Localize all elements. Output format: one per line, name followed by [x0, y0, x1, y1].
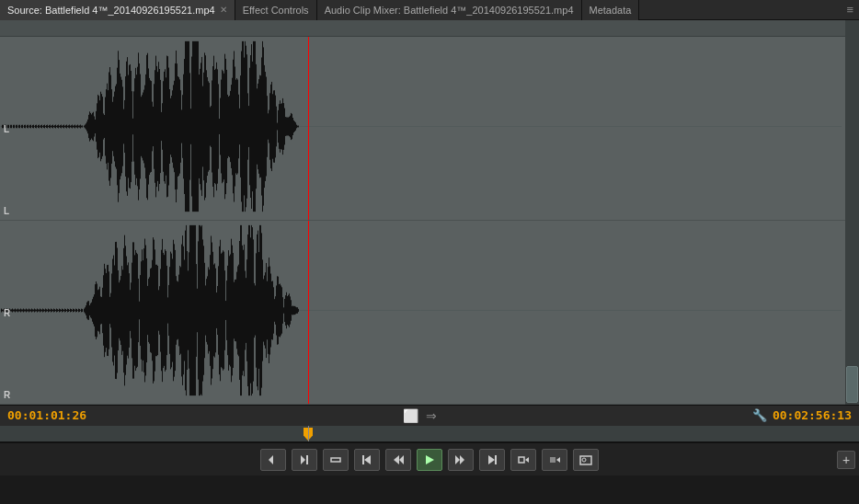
status-bar: 00:01:01:26 ⬜ ⇒ 🔧 00:02:56:13 — [0, 405, 859, 425]
overwrite-button[interactable] — [542, 449, 567, 471]
step-back-button[interactable] — [385, 449, 411, 471]
svg-rect-2 — [306, 455, 308, 464]
svg-marker-6 — [394, 455, 399, 464]
tab-bar: Source: Battlefield 4™_20140926195521.mp… — [0, 0, 859, 20]
fit-button[interactable]: ⬜ — [403, 408, 418, 423]
status-center: ⬜ ⇒ — [403, 408, 437, 423]
tab-source-label: Source: Battlefield 4™_20140926195521.mp… — [7, 5, 215, 16]
svg-marker-16 — [556, 457, 560, 463]
tab-metadata-label: Metadata — [590, 5, 632, 16]
svg-rect-3 — [331, 458, 340, 462]
channel-right-top-label: R — [4, 307, 10, 317]
svg-rect-12 — [495, 455, 497, 464]
svg-rect-4 — [362, 455, 364, 464]
svg-marker-9 — [455, 455, 460, 464]
tab-effect-controls-label: Effect Controls — [243, 5, 309, 16]
svg-marker-0 — [269, 455, 273, 464]
transport-wrapper: + — [0, 441, 859, 475]
channel-left-bottom-label: L — [4, 206, 9, 216]
svg-rect-13 — [519, 457, 524, 463]
svg-marker-7 — [399, 455, 404, 464]
tab-source-close[interactable]: ✕ — [220, 5, 227, 15]
transport-bar — [0, 442, 859, 475]
add-icon: + — [842, 452, 850, 467]
timeline-ruler[interactable] — [0, 20, 859, 37]
mark-clip-button[interactable] — [323, 449, 349, 471]
svg-marker-8 — [426, 455, 434, 464]
insert-button[interactable] — [510, 449, 536, 471]
timecode-current: 00:01:01:26 — [7, 408, 86, 422]
mark-in-button[interactable] — [260, 449, 286, 471]
add-button[interactable]: + — [837, 451, 855, 469]
scroll-thumb[interactable] — [846, 366, 858, 403]
tab-audio-clip-mixer[interactable]: Audio Clip Mixer: Battlefield 4™_2014092… — [317, 0, 582, 20]
play-button[interactable] — [417, 449, 442, 471]
svg-marker-5 — [364, 455, 371, 464]
tab-effect-controls[interactable]: Effect Controls — [235, 0, 317, 20]
svg-marker-14 — [525, 457, 529, 463]
channel-right-bottom-label: R — [4, 390, 10, 400]
mark-out-button[interactable] — [292, 449, 317, 471]
export-frame-button[interactable] — [573, 449, 599, 471]
waveform-channels: L L R R — [0, 37, 859, 405]
waveform-left[interactable] — [0, 37, 845, 220]
status-right: 🔧 00:02:56:13 — [752, 408, 852, 422]
svg-point-18 — [582, 458, 586, 462]
svg-marker-1 — [301, 455, 305, 464]
waveform-container: L L R R — [0, 20, 859, 405]
svg-rect-15 — [550, 457, 555, 463]
tab-menu-button[interactable]: ≡ — [841, 3, 859, 17]
timecode-duration: 00:02:56:13 — [773, 408, 852, 422]
channel-right[interactable]: R R — [0, 221, 859, 405]
channel-left[interactable]: L L — [0, 37, 859, 221]
waveform-right[interactable] — [0, 221, 845, 404]
svg-marker-11 — [488, 455, 495, 464]
scrubber-line — [308, 426, 309, 441]
vertical-scrollbar[interactable] — [845, 20, 859, 405]
tab-metadata[interactable]: Metadata — [582, 0, 640, 20]
svg-marker-10 — [460, 455, 464, 464]
tab-source[interactable]: Source: Battlefield 4™_20140926195521.mp… — [0, 0, 235, 20]
nudge-button[interactable]: ⇒ — [426, 408, 437, 423]
scrubber-bar[interactable] — [0, 425, 859, 441]
channel-left-top-label: L — [4, 123, 9, 133]
tab-audio-clip-mixer-label: Audio Clip Mixer: Battlefield 4™_2014092… — [325, 5, 574, 16]
go-to-out-button[interactable] — [479, 449, 505, 471]
go-to-in-button[interactable] — [354, 449, 380, 471]
settings-icon[interactable]: 🔧 — [752, 408, 767, 422]
step-forward-button[interactable] — [448, 449, 474, 471]
